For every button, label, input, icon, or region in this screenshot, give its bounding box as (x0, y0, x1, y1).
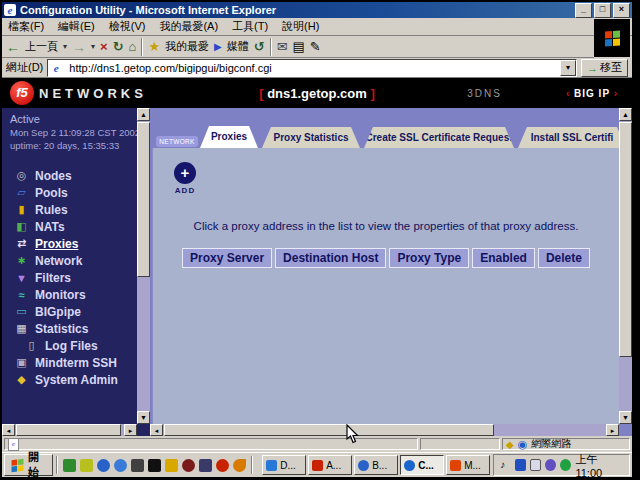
ime-language-icon[interactable] (515, 459, 526, 471)
media-icon[interactable]: ▶ (214, 39, 222, 55)
address-input-wrap: e ▾ (47, 59, 577, 77)
nats-icon: ◧ (14, 220, 29, 233)
scroll-down-icon[interactable]: ▼ (619, 411, 632, 424)
tab-proxies[interactable]: Proxies (200, 126, 258, 148)
quick-launch-icon[interactable] (199, 459, 212, 472)
task-button-5[interactable]: M... (446, 455, 490, 475)
sidebar-item-proxies[interactable]: ⇄Proxies (2, 235, 150, 252)
scroll-up-icon[interactable]: ▲ (137, 108, 150, 121)
quick-launch-icon[interactable] (216, 459, 229, 472)
sidebar-item-monitors[interactable]: ≈Monitors (2, 286, 150, 303)
refresh-icon[interactable]: ↻ (113, 39, 124, 55)
column-header-delete[interactable]: Delete (538, 248, 590, 268)
sidebar-item-rules[interactable]: ▮Rules (2, 201, 150, 218)
column-header-destination-host[interactable]: Destination Host (275, 248, 386, 268)
scrollbar-thumb[interactable] (619, 122, 632, 357)
menu-tools[interactable]: 工具(T) (232, 19, 268, 34)
sidebar-item-statistics[interactable]: ▦Statistics (2, 320, 150, 337)
scrollbar-thumb[interactable] (164, 424, 494, 436)
sidebar-item-nats[interactable]: ◧NATs (2, 218, 150, 235)
edit-icon[interactable]: ✎ (310, 39, 321, 55)
quick-launch-icon[interactable] (182, 459, 195, 472)
forward-icon[interactable]: → (72, 39, 86, 55)
close-button[interactable]: × (613, 3, 630, 18)
scrollbar-thumb[interactable] (16, 424, 121, 436)
display-settings-icon[interactable] (530, 459, 541, 471)
start-button[interactable]: 開始 (4, 454, 53, 476)
bracket-right: ] (370, 86, 374, 101)
sidebar-item-log-files[interactable]: ▯Log Files (2, 337, 150, 354)
quick-launch-icon[interactable] (97, 459, 110, 472)
sidebar-item-nodes[interactable]: ◎Nodes (2, 167, 150, 184)
tray-app-icon[interactable] (545, 459, 556, 471)
restore-button[interactable]: □ (594, 3, 611, 18)
quick-launch-icon[interactable] (131, 459, 144, 472)
forward-dropdown-icon[interactable]: ▾ (91, 42, 95, 51)
ie-throbber (594, 19, 630, 57)
page-icon: e (50, 62, 62, 74)
task-button-2[interactable]: A... (308, 455, 352, 475)
sidebar-vertical-scrollbar[interactable]: ▲ ▼ (137, 108, 150, 424)
address-dropdown-icon[interactable]: ▾ (560, 60, 576, 76)
menu-help[interactable]: 說明(H) (282, 19, 319, 34)
nodes-icon: ◎ (14, 169, 29, 182)
add-plus-icon[interactable]: + (174, 162, 196, 184)
sidebar-item-network[interactable]: ∗Network (2, 252, 150, 269)
task-button-3[interactable]: B... (354, 455, 398, 475)
menu-edit[interactable]: 編輯(E) (58, 19, 95, 34)
scroll-up-icon[interactable]: ▲ (619, 108, 632, 121)
history-icon[interactable]: ↺ (254, 39, 265, 55)
status-pane-main: e (4, 438, 418, 450)
sidebar-item-pools[interactable]: ▱Pools (2, 184, 150, 201)
task-button-4-active[interactable]: C... (400, 455, 444, 475)
stop-icon[interactable]: × (100, 39, 108, 55)
quick-launch-icon[interactable] (165, 459, 178, 472)
quick-launch-icon[interactable] (148, 459, 161, 472)
tab-proxy-statistics[interactable]: Proxy Statistics (262, 127, 360, 148)
menu-file[interactable]: 檔案(F) (8, 19, 44, 34)
media-button-label[interactable]: 媒體 (227, 39, 249, 54)
back-dropdown-icon[interactable]: ▾ (63, 42, 67, 51)
network-map-button[interactable]: NETWORK MAP (156, 136, 198, 147)
network-status-icon[interactable] (560, 459, 571, 471)
content-horizontal-scrollbar[interactable]: ◂ ▸ (150, 424, 619, 436)
column-header-proxy-server[interactable]: Proxy Server (182, 248, 272, 268)
quick-launch-icon[interactable] (80, 459, 93, 472)
column-header-proxy-type[interactable]: Proxy Type (389, 248, 469, 268)
favorites-icon[interactable]: ★ (148, 39, 160, 55)
home-icon[interactable]: ⌂ (129, 39, 137, 55)
mail-icon[interactable]: ✉ (277, 39, 288, 55)
go-button[interactable]: → 移至 (581, 59, 628, 77)
address-input[interactable] (69, 61, 557, 74)
add-button[interactable]: + ADD (171, 162, 199, 195)
print-icon[interactable]: ▤ (293, 39, 305, 55)
favorites-button-label[interactable]: 我的最愛 (165, 39, 209, 54)
menu-view[interactable]: 檢視(V) (109, 19, 146, 34)
scroll-right-icon[interactable]: ▸ (606, 424, 619, 436)
tab-install-ssl-certificate[interactable]: Install SSL Certifi (518, 127, 626, 148)
quick-launch-icon[interactable] (63, 459, 76, 472)
sidebar-item-system-admin[interactable]: ◆System Admin (2, 371, 150, 388)
hostname-text: dns1.getop.com (264, 86, 371, 101)
back-icon[interactable]: ← (6, 39, 20, 55)
menu-favorites[interactable]: 我的最愛(A) (159, 19, 218, 34)
scroll-left-icon[interactable]: ◂ (2, 424, 15, 436)
content-frame: NETWORK MAP Proxies Proxy Statistics Cre… (150, 108, 632, 436)
content-vertical-scrollbar[interactable]: ▲ ▼ (619, 108, 632, 424)
quick-launch-icon[interactable] (114, 459, 127, 472)
column-header-enabled[interactable]: Enabled (472, 248, 535, 268)
tab-create-ssl-certificate-request[interactable]: Create SSL Certificate Request (364, 127, 514, 148)
scroll-left-icon[interactable]: ◂ (150, 424, 163, 436)
sidebar-item-filters[interactable]: ▼Filters (2, 269, 150, 286)
task-button-1[interactable]: D... (262, 455, 306, 475)
scroll-right-icon[interactable]: ▸ (124, 424, 137, 436)
scrollbar-thumb[interactable] (137, 122, 150, 277)
scroll-down-icon[interactable]: ▼ (137, 411, 150, 424)
minimize-button[interactable]: _ (575, 3, 592, 18)
sidebar-item-mindterm-ssh[interactable]: ▣Mindterm SSH (2, 354, 150, 371)
quick-launch-icon[interactable] (233, 459, 246, 472)
volume-icon[interactable]: ♪ (500, 459, 511, 471)
sidebar-item-bigpipe[interactable]: ▭BIGpipe (2, 303, 150, 320)
back-button-label[interactable]: 上一頁 (25, 39, 58, 54)
sidebar-horizontal-scrollbar[interactable]: ◂ ▸ (2, 424, 137, 436)
